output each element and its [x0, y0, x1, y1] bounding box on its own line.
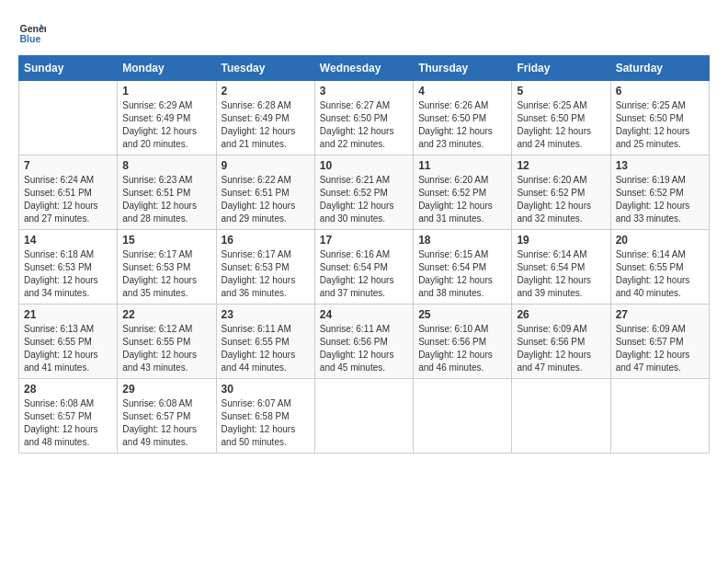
- header-sunday: Sunday: [19, 56, 118, 81]
- day-number: 28: [24, 383, 112, 396]
- day-number: 29: [122, 383, 210, 396]
- day-info: Sunrise: 6:22 AMSunset: 6:51 PMDaylight:…: [222, 174, 310, 225]
- header-saturday: Saturday: [610, 56, 709, 81]
- header-monday: Monday: [118, 56, 216, 81]
- day-info: Sunrise: 6:20 AMSunset: 6:52 PMDaylight:…: [418, 174, 506, 225]
- day-info: Sunrise: 6:12 AMSunset: 6:55 PMDaylight:…: [122, 323, 210, 374]
- week-row-5: 28Sunrise: 6:08 AMSunset: 6:57 PMDayligh…: [19, 379, 710, 454]
- calendar-cell: 5Sunrise: 6:25 AMSunset: 6:50 PMDaylight…: [512, 81, 610, 155]
- day-info: Sunrise: 6:20 AMSunset: 6:52 PMDaylight:…: [517, 174, 605, 225]
- calendar-cell: 12Sunrise: 6:20 AMSunset: 6:52 PMDayligh…: [512, 155, 610, 230]
- day-number: 10: [320, 159, 408, 172]
- calendar-cell: [19, 81, 118, 155]
- calendar-cell: 24Sunrise: 6:11 AMSunset: 6:56 PMDayligh…: [314, 304, 413, 379]
- day-number: 14: [24, 234, 112, 247]
- day-info: Sunrise: 6:11 AMSunset: 6:56 PMDaylight:…: [320, 323, 408, 374]
- day-number: 22: [122, 308, 210, 321]
- week-row-3: 14Sunrise: 6:18 AMSunset: 6:53 PMDayligh…: [19, 230, 710, 304]
- day-number: 24: [320, 308, 408, 321]
- day-info: Sunrise: 6:24 AMSunset: 6:51 PMDaylight:…: [24, 174, 112, 225]
- calendar-cell: [512, 379, 610, 454]
- day-number: 15: [122, 234, 210, 247]
- day-number: 18: [418, 234, 506, 247]
- day-number: 25: [418, 308, 506, 321]
- calendar-cell: 17Sunrise: 6:16 AMSunset: 6:54 PMDayligh…: [314, 230, 413, 304]
- calendar-cell: [314, 379, 413, 454]
- calendar-cell: 8Sunrise: 6:23 AMSunset: 6:51 PMDaylight…: [118, 155, 216, 230]
- day-number: 17: [320, 234, 408, 247]
- day-number: 4: [418, 85, 506, 98]
- day-info: Sunrise: 6:15 AMSunset: 6:54 PMDaylight:…: [418, 248, 506, 300]
- calendar-cell: 4Sunrise: 6:26 AMSunset: 6:50 PMDaylight…: [414, 81, 512, 155]
- day-number: 7: [24, 159, 112, 172]
- day-info: Sunrise: 6:16 AMSunset: 6:54 PMDaylight:…: [320, 248, 408, 300]
- calendar-cell: 25Sunrise: 6:10 AMSunset: 6:56 PMDayligh…: [414, 304, 512, 379]
- calendar-cell: 18Sunrise: 6:15 AMSunset: 6:54 PMDayligh…: [414, 230, 512, 304]
- calendar-table: SundayMondayTuesdayWednesdayThursdayFrid…: [18, 55, 710, 454]
- day-info: Sunrise: 6:21 AMSunset: 6:52 PMDaylight:…: [320, 174, 408, 225]
- header-thursday: Thursday: [414, 56, 512, 81]
- day-info: Sunrise: 6:29 AMSunset: 6:49 PMDaylight:…: [122, 99, 210, 151]
- day-info: Sunrise: 6:13 AMSunset: 6:55 PMDaylight:…: [24, 323, 112, 374]
- day-number: 12: [517, 159, 605, 172]
- calendar-cell: [414, 379, 512, 454]
- calendar-cell: 28Sunrise: 6:08 AMSunset: 6:57 PMDayligh…: [19, 379, 118, 454]
- day-number: 19: [517, 234, 605, 247]
- header-friday: Friday: [512, 56, 610, 81]
- calendar-cell: [610, 379, 709, 454]
- day-number: 20: [616, 234, 704, 247]
- day-info: Sunrise: 6:14 AMSunset: 6:54 PMDaylight:…: [517, 248, 605, 300]
- calendar-cell: 1Sunrise: 6:29 AMSunset: 6:49 PMDaylight…: [118, 81, 216, 155]
- calendar-cell: 10Sunrise: 6:21 AMSunset: 6:52 PMDayligh…: [314, 155, 413, 230]
- day-number: 11: [418, 159, 506, 172]
- day-info: Sunrise: 6:09 AMSunset: 6:57 PMDaylight:…: [616, 323, 704, 374]
- calendar-cell: 11Sunrise: 6:20 AMSunset: 6:52 PMDayligh…: [414, 155, 512, 230]
- day-number: 6: [616, 85, 704, 98]
- day-number: 30: [222, 383, 310, 396]
- day-number: 16: [222, 234, 310, 247]
- calendar-cell: 27Sunrise: 6:09 AMSunset: 6:57 PMDayligh…: [610, 304, 709, 379]
- day-number: 21: [24, 308, 112, 321]
- calendar-cell: 7Sunrise: 6:24 AMSunset: 6:51 PMDaylight…: [19, 155, 118, 230]
- day-number: 26: [517, 308, 605, 321]
- week-row-2: 7Sunrise: 6:24 AMSunset: 6:51 PMDaylight…: [19, 155, 710, 230]
- day-info: Sunrise: 6:26 AMSunset: 6:50 PMDaylight:…: [418, 99, 506, 151]
- calendar-cell: 21Sunrise: 6:13 AMSunset: 6:55 PMDayligh…: [19, 304, 118, 379]
- day-info: Sunrise: 6:10 AMSunset: 6:56 PMDaylight:…: [418, 323, 506, 374]
- calendar-cell: 29Sunrise: 6:08 AMSunset: 6:57 PMDayligh…: [118, 379, 216, 454]
- day-info: Sunrise: 6:27 AMSunset: 6:50 PMDaylight:…: [320, 99, 408, 151]
- day-info: Sunrise: 6:17 AMSunset: 6:53 PMDaylight:…: [122, 248, 210, 300]
- calendar-cell: 19Sunrise: 6:14 AMSunset: 6:54 PMDayligh…: [512, 230, 610, 304]
- day-info: Sunrise: 6:25 AMSunset: 6:50 PMDaylight:…: [517, 99, 605, 151]
- week-row-1: 1Sunrise: 6:29 AMSunset: 6:49 PMDaylight…: [19, 81, 710, 155]
- day-info: Sunrise: 6:18 AMSunset: 6:53 PMDaylight:…: [24, 248, 112, 300]
- day-number: 5: [517, 85, 605, 98]
- day-info: Sunrise: 6:25 AMSunset: 6:50 PMDaylight:…: [616, 99, 704, 151]
- day-info: Sunrise: 6:07 AMSunset: 6:58 PMDaylight:…: [222, 397, 310, 449]
- day-info: Sunrise: 6:14 AMSunset: 6:55 PMDaylight:…: [616, 248, 704, 300]
- calendar-cell: 23Sunrise: 6:11 AMSunset: 6:55 PMDayligh…: [216, 304, 314, 379]
- day-number: 13: [616, 159, 704, 172]
- day-info: Sunrise: 6:08 AMSunset: 6:57 PMDaylight:…: [24, 397, 112, 449]
- day-number: 27: [616, 308, 704, 321]
- header-tuesday: Tuesday: [216, 56, 314, 81]
- logo-icon: General Blue: [18, 18, 46, 46]
- calendar-cell: 26Sunrise: 6:09 AMSunset: 6:56 PMDayligh…: [512, 304, 610, 379]
- calendar-cell: 16Sunrise: 6:17 AMSunset: 6:53 PMDayligh…: [216, 230, 314, 304]
- header: General Blue: [18, 18, 710, 46]
- day-number: 9: [222, 159, 310, 172]
- day-info: Sunrise: 6:28 AMSunset: 6:49 PMDaylight:…: [222, 99, 310, 151]
- calendar-cell: 30Sunrise: 6:07 AMSunset: 6:58 PMDayligh…: [216, 379, 314, 454]
- calendar-cell: 9Sunrise: 6:22 AMSunset: 6:51 PMDaylight…: [216, 155, 314, 230]
- calendar-cell: 13Sunrise: 6:19 AMSunset: 6:52 PMDayligh…: [610, 155, 709, 230]
- day-number: 2: [222, 85, 310, 98]
- calendar-cell: 15Sunrise: 6:17 AMSunset: 6:53 PMDayligh…: [118, 230, 216, 304]
- calendar-cell: 14Sunrise: 6:18 AMSunset: 6:53 PMDayligh…: [19, 230, 118, 304]
- day-info: Sunrise: 6:17 AMSunset: 6:53 PMDaylight:…: [222, 248, 310, 300]
- header-wednesday: Wednesday: [314, 56, 413, 81]
- logo: General Blue: [18, 18, 48, 46]
- day-info: Sunrise: 6:23 AMSunset: 6:51 PMDaylight:…: [122, 174, 210, 225]
- calendar-cell: 20Sunrise: 6:14 AMSunset: 6:55 PMDayligh…: [610, 230, 709, 304]
- day-number: 8: [122, 159, 210, 172]
- day-info: Sunrise: 6:11 AMSunset: 6:55 PMDaylight:…: [222, 323, 310, 374]
